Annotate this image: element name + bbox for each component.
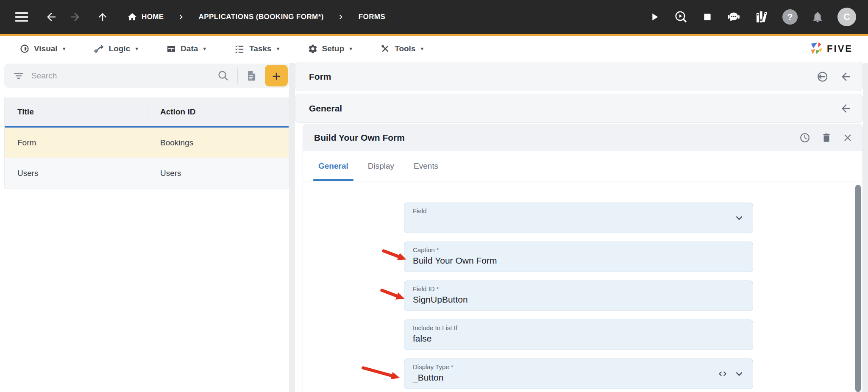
- document-icon[interactable]: [245, 70, 258, 82]
- delete-trash-icon[interactable]: [821, 132, 832, 143]
- panel-gap: [289, 63, 295, 392]
- filter-icon[interactable]: [13, 70, 25, 82]
- home-icon: [127, 12, 137, 22]
- card-tabbar: General Display Events: [303, 151, 862, 181]
- plus-icon: +: [272, 69, 281, 83]
- run-preview-icon[interactable]: [674, 10, 688, 24]
- caret-down-icon: ▼: [276, 46, 281, 51]
- menu-logic[interactable]: Logic▼: [94, 43, 139, 54]
- card-title: Build Your Own Form: [314, 133, 405, 143]
- user-avatar[interactable]: C: [837, 8, 856, 26]
- documentation-books-icon[interactable]: [754, 10, 769, 24]
- visual-icon: [19, 44, 30, 54]
- tasks-icon: [234, 43, 245, 54]
- breadcrumb-application[interactable]: APPLICATIONS (BOOKING FORM*): [199, 13, 324, 21]
- right-gutter: [863, 63, 868, 392]
- hamburger-menu-icon[interactable]: [15, 10, 28, 24]
- menu-setup[interactable]: Setup▼: [308, 44, 353, 54]
- caret-down-icon: ▼: [348, 46, 353, 51]
- card-header: Build Your Own Form: [303, 124, 862, 151]
- undo-circle-icon[interactable]: [816, 70, 829, 83]
- menu-tools[interactable]: Tools▼: [380, 44, 424, 54]
- card-body: Field Caption * Build Your Own Form Fiel…: [303, 181, 862, 392]
- forward-icon[interactable]: [69, 11, 81, 23]
- app-root: HOME APPLICATIONS (BOOKING FORM*) FORMS: [0, 0, 868, 392]
- chevron-right-icon: [177, 12, 186, 22]
- collapse-back-icon[interactable]: [840, 70, 852, 83]
- menu-tasks[interactable]: Tasks▼: [234, 43, 280, 54]
- column-divider: [148, 105, 148, 121]
- menu-bar: Visual▼ Logic▼ Data▼ Tasks▼ Setup▼ Tools…: [0, 36, 868, 61]
- tab-general[interactable]: General: [312, 151, 355, 181]
- caption-field[interactable]: Caption * Build Your Own Form: [404, 242, 753, 272]
- history-clock-icon[interactable]: [799, 132, 811, 144]
- top-bar: HOME APPLICATIONS (BOOKING FORM*) FORMS: [0, 0, 868, 34]
- search-input[interactable]: [31, 71, 217, 81]
- five-brand-logo: FIVE: [810, 42, 853, 56]
- back-icon[interactable]: [45, 11, 58, 23]
- run-icon[interactable]: [648, 11, 660, 23]
- search-icon[interactable]: [217, 70, 230, 82]
- close-icon[interactable]: [842, 132, 853, 143]
- form-panel-header: Form: [295, 62, 863, 91]
- breadcrumb-page[interactable]: FORMS: [359, 13, 385, 21]
- search-bar: +: [4, 64, 289, 88]
- copilot-bot-icon[interactable]: [726, 10, 741, 24]
- table-row[interactable]: Form Bookings: [5, 128, 289, 158]
- add-record-button[interactable]: +: [265, 65, 288, 86]
- field-select[interactable]: Field: [404, 203, 753, 233]
- breadcrumb-home[interactable]: HOME: [127, 12, 164, 22]
- data-icon: [166, 44, 176, 54]
- breadcrumb-home-label: HOME: [142, 13, 164, 21]
- general-section-header: General: [295, 94, 863, 123]
- table-row[interactable]: Users Users: [5, 158, 289, 189]
- setup-gear-icon: [308, 44, 318, 54]
- collapse-back-icon[interactable]: [840, 102, 852, 115]
- section-title: General: [309, 103, 342, 114]
- caret-down-icon: ▼: [134, 46, 139, 51]
- chevron-down-icon[interactable]: [733, 212, 745, 224]
- build-your-own-form-card: Build Your Own Form General Display Even…: [303, 124, 863, 392]
- tab-events[interactable]: Events: [407, 151, 445, 181]
- notifications-bell-icon[interactable]: [811, 11, 824, 23]
- records-table: Title Action ID Form Bookings Users User…: [4, 97, 289, 189]
- logic-icon: [94, 43, 105, 54]
- panel-title: Form: [309, 72, 331, 82]
- display-type-select[interactable]: Display Type * _Button: [404, 359, 753, 389]
- tools-icon: [380, 44, 390, 54]
- search-divider: [237, 68, 238, 83]
- caret-down-icon: ▼: [420, 46, 424, 51]
- column-header-action-id[interactable]: Action ID: [148, 107, 289, 117]
- caret-down-icon: ▼: [202, 46, 207, 51]
- field-id-field[interactable]: Field ID * SignUpButton: [404, 281, 753, 311]
- chevron-right-icon: [337, 12, 346, 22]
- stop-icon[interactable]: [702, 11, 713, 22]
- table-header: Title Action ID: [5, 97, 289, 128]
- caret-down-icon: ▼: [62, 46, 67, 51]
- tab-display[interactable]: Display: [361, 151, 401, 181]
- up-icon[interactable]: [97, 11, 108, 23]
- vertical-scrollbar[interactable]: [855, 185, 861, 392]
- chevron-down-icon[interactable]: [733, 368, 745, 380]
- code-icon[interactable]: [717, 368, 728, 379]
- include-in-list-if-field[interactable]: Include In List If false: [404, 320, 753, 350]
- five-pinwheel-icon: [810, 42, 823, 56]
- menu-visual[interactable]: Visual▼: [19, 44, 67, 54]
- menu-data[interactable]: Data▼: [166, 44, 207, 54]
- column-header-title[interactable]: Title: [5, 107, 148, 117]
- help-icon[interactable]: ?: [782, 9, 798, 25]
